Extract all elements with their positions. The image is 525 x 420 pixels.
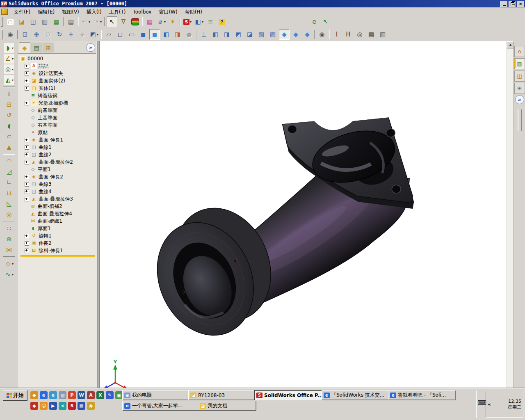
feature-tree-item[interactable]: ≡铸造碳钢 xyxy=(20,92,96,99)
make-assembly-from-part-button[interactable]: ▦ xyxy=(51,16,62,27)
toolbox-beam-calculator-button[interactable]: ▥ xyxy=(377,29,388,40)
menu-item-6[interactable]: Toolbox xyxy=(129,8,155,16)
feature-tree-item[interactable]: ◪曲面实体(2) xyxy=(20,77,96,84)
viewport-scrollbar[interactable]: ▲ xyxy=(507,41,514,388)
shaded-with-edges-button[interactable]: ◼ xyxy=(138,29,148,40)
expand-plus-box[interactable] xyxy=(25,71,29,76)
menu-item-1[interactable]: 文件(F) xyxy=(10,8,34,16)
tree-expand-button[interactable]: » xyxy=(86,43,95,52)
tab-configurationmanager[interactable]: ⊞ xyxy=(43,43,54,52)
circular-pattern-button[interactable]: ⊛ xyxy=(4,234,14,244)
ql-flashget[interactable]: ≺ xyxy=(59,402,66,410)
extruded-cut-button[interactable]: ⊟ xyxy=(4,99,14,110)
open-document-button[interactable]: ◪ xyxy=(16,16,27,27)
extruded-boss-button[interactable]: ⇧ xyxy=(4,89,14,99)
swept-boss-button[interactable]: ⊂ xyxy=(4,131,14,142)
curves-button[interactable]: ∿▾ xyxy=(4,269,14,280)
ql-access[interactable]: A xyxy=(87,391,95,399)
flyout-boss-features-dropdown-arrow[interactable]: ▾ xyxy=(12,46,14,50)
view-orientation-button[interactable]: ◉ xyxy=(5,29,16,40)
revolved-cut-button[interactable]: ◖ xyxy=(4,121,14,131)
rollback-bar[interactable] xyxy=(21,256,95,257)
section-view-button[interactable]: ◨ xyxy=(172,29,183,40)
solidworks-office-button[interactable]: S▾ xyxy=(182,16,193,27)
feature-tree-item[interactable]: ◖厚面1 xyxy=(20,225,96,232)
task-ie-jiangjiu[interactable]: e将就看看吧 - 『Soli... xyxy=(388,390,456,400)
expand-plus-box[interactable] xyxy=(25,86,29,91)
realview-graphics-button[interactable]: ● xyxy=(184,29,194,40)
task-my-computer[interactable]: ▣我的电脑 xyxy=(122,390,190,400)
top-view-button[interactable]: ▧ xyxy=(256,29,267,40)
3d-drawing-view-button[interactable]: ◈ xyxy=(77,29,88,40)
restore-button[interactable] xyxy=(509,1,516,7)
task-pane-collapse-button[interactable]: « xyxy=(515,95,524,104)
pan-button[interactable]: + xyxy=(66,29,76,40)
tab-design-library[interactable]: ◫ xyxy=(514,71,525,82)
expand-plus-box[interactable] xyxy=(25,145,29,150)
panel-splitter[interactable] xyxy=(96,41,99,388)
feature-tree-item[interactable]: ◇上基準面 xyxy=(20,114,96,121)
expand-plus-box[interactable] xyxy=(25,182,29,187)
tab-featuremanager[interactable]: ◆ xyxy=(19,42,30,53)
task-solidworks[interactable]: SSolidWorks Office P... xyxy=(254,390,324,400)
view-palette-button[interactable]: ◧▾ xyxy=(194,16,204,27)
ql-internet-explorer[interactable]: e xyxy=(40,391,48,399)
feature-tree-item[interactable]: ◈曲面-伸長1 xyxy=(20,136,96,144)
chamfer-button[interactable]: ◿ xyxy=(4,167,14,177)
ql-excel[interactable]: X xyxy=(96,391,104,399)
ql-desktop-tool[interactable]: ◆ xyxy=(30,391,38,399)
design-checker-button[interactable]: ≡ xyxy=(205,16,216,27)
task-ie-solidworks-forum[interactable]: e『SolidWorks 技术交... xyxy=(322,390,390,400)
tray-chevron-icon[interactable]: « xyxy=(488,402,491,407)
bottom-view-button[interactable]: ▨ xyxy=(267,29,278,40)
expand-plus-box[interactable] xyxy=(25,79,29,83)
feature-tree-item[interactable]: ↺旋轉1 xyxy=(20,232,96,240)
feature-tree-item[interactable]: ◫曲線3 xyxy=(20,180,96,188)
measure-dropdown-arrow[interactable]: ▾ xyxy=(164,20,166,24)
solidworks-office-dropdown-arrow[interactable]: ▾ xyxy=(190,20,192,24)
feature-tree-item[interactable]: ▢实体(1) xyxy=(20,84,96,92)
feature-tree-item[interactable]: ⊡除料-伸長1 xyxy=(20,247,96,254)
feature-tree-item[interactable]: ◭曲面-疊層拉伸3 xyxy=(20,195,96,203)
feature-tree-item[interactable]: ◭曲面-疊層拉伸4 xyxy=(20,210,96,217)
toolbox-cam-button[interactable]: ◎ xyxy=(354,29,365,40)
document-system-icon[interactable] xyxy=(1,9,8,15)
shadows-in-shaded-mode-button[interactable]: ◧ xyxy=(161,29,171,40)
shaded-button[interactable]: ◼ xyxy=(149,29,160,40)
undo-button[interactable]: ↶▾ xyxy=(80,16,91,27)
flyout-curvature-dropdown-arrow[interactable]: ▾ xyxy=(12,78,14,82)
lofted-boss-button[interactable]: ▲ xyxy=(4,142,14,153)
task-ie-wanguan[interactable]: e一个弯管,大家一起学... xyxy=(122,401,200,411)
expand-plus-box[interactable] xyxy=(25,234,29,238)
fillet-button[interactable]: ◠ xyxy=(4,156,14,167)
task-pane-splitter[interactable] xyxy=(518,110,522,131)
feature-tree-item[interactable]: ◈曲面-伸長2 xyxy=(20,173,96,180)
help-button[interactable]: ? xyxy=(217,16,227,27)
tab-propertymanager[interactable]: ▤ xyxy=(31,43,42,52)
toolbox-grooves-button[interactable]: ▤ xyxy=(366,29,377,40)
hidden-lines-removed-button[interactable]: ▭ xyxy=(126,29,137,40)
feature-tree-item[interactable]: ◇前基準面 xyxy=(20,107,96,114)
menu-item-4[interactable]: 插入(I) xyxy=(83,8,105,16)
right-view-button[interactable]: ◪ xyxy=(244,29,255,40)
tab-solidworks-resources[interactable]: ▥ xyxy=(514,58,525,69)
left-view-button[interactable]: ◩ xyxy=(233,29,244,40)
flyout-evaluate-dropdown-arrow[interactable]: ▾ xyxy=(12,68,14,71)
undo-dropdown-arrow[interactable]: ▾ xyxy=(89,20,90,24)
ql-outlook-express[interactable]: e xyxy=(49,391,57,399)
feature-tree-root[interactable]: ▣00000 xyxy=(20,55,96,62)
feature-tree-item[interactable]: ◫曲線4 xyxy=(20,188,96,195)
tab-file-explorer[interactable]: ⊞ xyxy=(514,83,525,94)
print-button[interactable]: ▤ xyxy=(66,16,76,27)
flyout-sketch-tools-dropdown-arrow[interactable]: ▾ xyxy=(12,57,14,61)
feature-tree-item[interactable]: ◇右基準面 xyxy=(20,121,96,129)
scroll-up-button[interactable]: ▲ xyxy=(507,41,514,48)
rib-button[interactable]: ∟ xyxy=(4,177,14,188)
standard-views-flyout-dropdown-arrow[interactable]: ▾ xyxy=(97,33,98,37)
dimetric-view-button[interactable]: ◆ xyxy=(302,29,313,40)
curves-dropdown-arrow[interactable]: ▾ xyxy=(12,273,14,276)
toolbox-bearing-calculator-button[interactable]: H xyxy=(343,29,354,40)
flyout-boss-features-button[interactable]: ◗▾ xyxy=(4,43,14,53)
select-hyperlink-button[interactable]: ↖ xyxy=(320,16,331,27)
feature-tree-item[interactable]: ◍曲面-填補2 xyxy=(20,203,96,210)
